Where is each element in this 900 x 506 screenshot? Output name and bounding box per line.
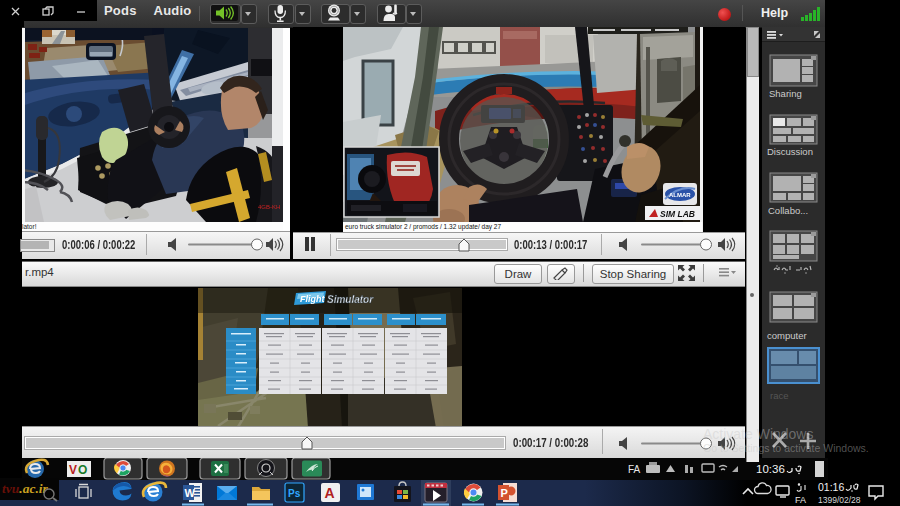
svg-text:Collabo...: Collabo... [768, 205, 808, 216]
svg-text:FA: FA [628, 464, 641, 475]
svg-text:01:16: 01:16 [818, 481, 844, 493]
svg-text:10:36: 10:36 [756, 463, 785, 475]
svg-text:race: race [770, 390, 788, 401]
svg-text:computer: computer [767, 330, 807, 341]
svg-text:A: A [325, 485, 335, 501]
svg-text:O: O [78, 463, 87, 477]
svg-text:Flight: Flight [300, 294, 325, 304]
svg-text:P: P [501, 487, 508, 499]
svg-text:Ps: Ps [288, 488, 301, 499]
svg-text:Simulator: Simulator [327, 294, 374, 305]
svg-text:FA: FA [795, 495, 806, 505]
svg-text:Discussion: Discussion [767, 146, 813, 157]
svg-text:SIM LAB: SIM LAB [660, 209, 695, 219]
svg-text:1399/02/28: 1399/02/28 [818, 495, 861, 505]
svg-text:W: W [185, 487, 196, 499]
svg-text:ALMAR: ALMAR [669, 192, 691, 198]
svg-text:4GB-KH: 4GB-KH [258, 204, 280, 210]
svg-text:Sharing: Sharing [769, 88, 802, 99]
svg-text:tvu.ac.ir: tvu.ac.ir [2, 481, 49, 496]
svg-text:V: V [69, 463, 77, 477]
